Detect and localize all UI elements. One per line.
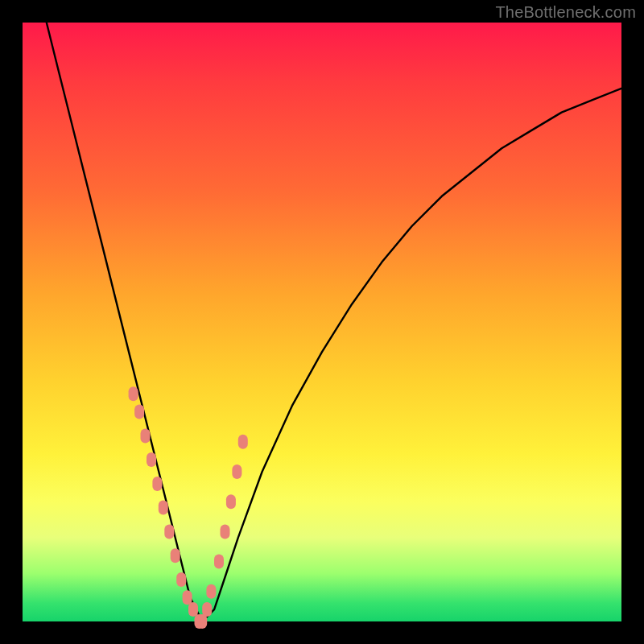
marker-point <box>214 555 224 569</box>
watermark-text: TheBottleneck.com <box>495 3 636 22</box>
marker-point <box>134 405 144 419</box>
marker-point <box>152 477 162 491</box>
bottleneck-curve <box>47 23 621 621</box>
marker-point <box>183 590 192 605</box>
marker-point <box>202 602 212 617</box>
marker-point <box>164 524 174 539</box>
curve-svg <box>23 23 621 621</box>
plot-area <box>23 23 621 621</box>
marker-point <box>238 435 248 449</box>
marker-point <box>226 494 236 509</box>
chart-frame: TheBottleneck.com <box>0 0 644 644</box>
marker-point <box>159 501 168 515</box>
marker-point <box>232 464 242 479</box>
marker-point <box>129 386 138 401</box>
marker-point <box>171 548 180 563</box>
marker-point <box>206 584 216 599</box>
marker-point <box>221 524 230 539</box>
marker-point <box>147 452 156 467</box>
marker-point <box>176 572 186 587</box>
marker-point <box>141 428 151 443</box>
marker-point <box>188 602 198 617</box>
